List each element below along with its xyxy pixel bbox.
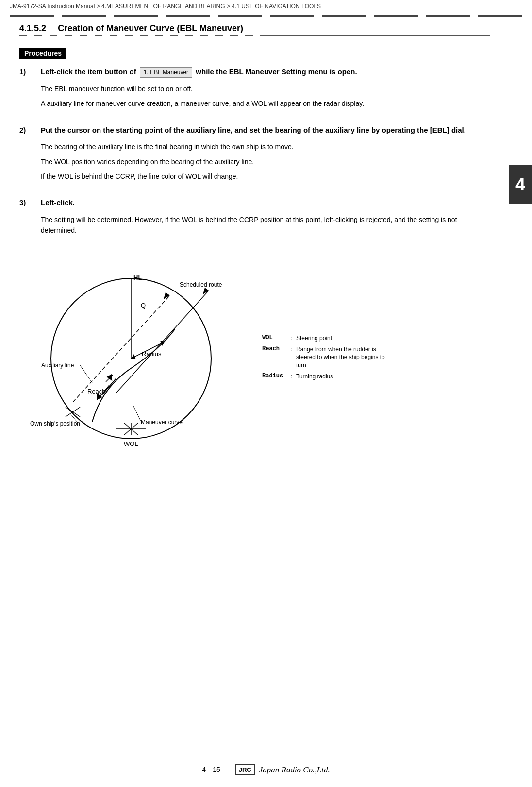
footer-logo: JRC Japan Radio Co.,Ltd. [235,764,330,775]
section-title: Creation of Maneuver Curve (EBL Maneuver… [58,23,243,33]
dash6 [270,15,314,17]
dash4 [166,15,210,17]
step-3-desc-1: The setting will be determined. However,… [41,214,490,236]
diagram-area: Q HL WOL Reach Radius Auxiliary line [29,252,490,447]
company-name: Japan Radio Co.,Ltd. [259,765,330,775]
legend-reach-sep: : [287,345,296,353]
step-2-content: Put the cursor on the starting point of … [41,125,490,186]
reach-label: Reach [87,388,106,395]
legend-reach-term: Reach [262,345,287,352]
top-dashed-rule [0,13,532,18]
legend-radius-def: Turning radius [296,373,333,381]
dash8 [374,15,418,17]
step-3: 3) Left-click. The setting will be deter… [19,197,490,240]
svg-line-3 [73,295,170,402]
aux-line-label: Auxiliary line [41,362,74,369]
legend-radius-term: Radius [262,373,287,379]
svg-line-23 [133,406,141,421]
legend-wol-sep: : [287,334,296,342]
svg-marker-20 [164,292,170,299]
legend-wol: WOL : Steering point [262,334,393,342]
legend-wol-term: WOL [262,334,287,341]
legend-reach-def: Range from when the rudder is steered to… [296,345,393,370]
legend-radius: Radius : Turning radius [262,373,393,381]
step-2-desc-3: If the WOL is behind the CCRP, the line … [41,171,490,182]
step-1-desc-1: The EBL maneuver function will be set to… [41,84,490,94]
step-1-content: Left-click the item button of 1. EBL Man… [41,67,490,113]
hl-label: HL [133,274,142,281]
legend-wol-def: Steering point [296,334,332,342]
sched-route-label: Scheduled route [180,281,222,288]
legend-radius-sep: : [287,373,296,380]
procedures-badge: Procedures [19,48,490,59]
own-ship-label: Own ship's position [30,420,80,427]
maneuver-diagram: Q HL WOL Reach Radius Auxiliary line [29,252,252,446]
step-2: 2) Put the cursor on the starting point … [19,125,490,186]
dash9 [426,15,470,17]
radius-label: Radius [142,350,162,358]
step-2-desc-2: The WOL position varies depending on the… [41,156,490,167]
diagram-svg-container: Q HL WOL Reach Radius Auxiliary line [29,252,252,447]
dash10 [478,15,522,17]
dash3 [114,15,158,17]
step-2-title: Put the cursor on the starting point of … [41,125,490,136]
page-footer: 4－15 JRC Japan Radio Co.,Ltd. [0,764,532,775]
section-number-tab: 4 [509,165,532,204]
jrc-box: JRC [235,764,255,775]
step-1-desc-2: A auxiliary line for maneuver curve crea… [41,98,490,109]
q-label: Q [141,302,146,309]
step-2-num: 2) [19,125,41,186]
step-3-num: 3) [19,197,41,240]
svg-line-21 [80,365,92,383]
section-number: 4.1.5.2 [19,23,46,33]
step-1: 1) Left-click the item button of 1. EBL … [19,67,490,113]
diagram-legend: WOL : Steering point Reach : Range from … [262,334,393,447]
dash7 [322,15,366,17]
step-3-content: Left-click. The setting will be determin… [41,197,490,240]
dash1 [10,15,54,17]
section-heading: 4.1.5.2 Creation of Maneuver Curve (EBL … [19,23,490,34]
maneuver-curve-label: Maneuver curve [141,419,183,426]
page-number: 4－15 [202,766,220,774]
step-1-num: 1) [19,67,41,113]
ebl-maneuver-button[interactable]: 1. EBL Maneuver [140,67,192,78]
step-1-title: Left-click the item button of 1. EBL Man… [41,67,490,78]
breadcrumb: JMA-9172-SA Instruction Manual > 4.MEASU… [0,0,532,13]
legend-reach: Reach : Range from when the rudder is st… [262,345,393,370]
wol-label-diagram: WOL [124,440,138,446]
dash2 [62,15,106,17]
step-2-desc-1: The bearing of the auxiliary line is the… [41,141,490,152]
dash5 [218,15,262,17]
step-3-title: Left-click. [41,197,490,208]
section-title-dashes [19,35,490,36]
